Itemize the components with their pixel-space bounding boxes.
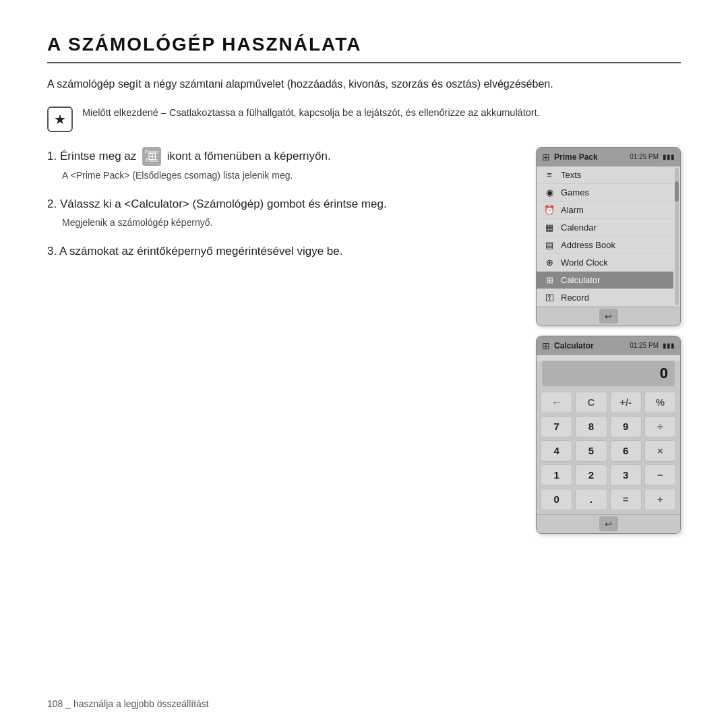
menu-scroll-area: ≡Texts◉Games⏰Alarm▦Calendar▤Address Book…: [537, 166, 680, 307]
step-1-suffix: ikont a főmenüben a képernyőn.: [167, 150, 331, 162]
footer-note: 108 _ használja a legjobb összeállítást: [47, 698, 209, 709]
header-time-2: 01:25 PM: [630, 342, 659, 349]
phone-header-2: ⊞ Calculator 01:25 PM ▮▮▮: [537, 336, 680, 355]
phone-footer-1: ↩: [537, 307, 680, 326]
step-2: 2. Válassz ki a <Calculator> (Számológép…: [47, 195, 516, 230]
menu-item-calculator[interactable]: ⊞Calculator: [537, 272, 673, 289]
phone-header-1: ⊞ Prime Pack 01:25 PM ▮▮▮: [537, 148, 680, 166]
step-2-sub: Megjelenik a számológép képernyő.: [62, 216, 516, 230]
phone-footer-2: ↩: [537, 514, 680, 533]
menu-item-world-clock[interactable]: ⊕World Clock: [537, 254, 673, 272]
step-2-main: 2. Válassz ki a <Calculator> (Számológép…: [47, 195, 516, 213]
menu-label-calendar: Calendar: [561, 222, 597, 233]
step-1-main: 1. Érintse meg az Prime Pack ikont a főm…: [47, 147, 516, 166]
steps-list: 1. Érintse meg az Prime Pack ikont a főm…: [47, 147, 516, 273]
menu-item-calendar[interactable]: ▦Calendar: [537, 219, 673, 237]
phone-screens: ⊞ Prime Pack 01:25 PM ▮▮▮ ≡Texts◉Games⏰A…: [536, 147, 681, 534]
back-button-2[interactable]: ↩: [599, 516, 618, 531]
back-button-1[interactable]: ↩: [599, 309, 618, 324]
menu-icon-world-clock: ⊕: [543, 257, 555, 268]
step-1-prefix: Érintse meg az: [60, 150, 136, 162]
menu-items: ≡Texts◉Games⏰Alarm▦Calendar▤Address Book…: [537, 166, 673, 307]
menu-item-texts[interactable]: ≡Texts: [537, 166, 673, 184]
intro-text: A számológép segít a négy számtani alapm…: [47, 75, 681, 93]
menu-icon-games: ◉: [543, 187, 555, 198]
step-1: 1. Érintse meg az Prime Pack ikont a főm…: [47, 147, 516, 183]
calc-btn-3[interactable]: %: [644, 392, 676, 413]
calc-btn-9[interactable]: 5: [575, 440, 607, 462]
calc-display: 0: [542, 361, 675, 386]
star-icon: ★: [47, 107, 73, 132]
calc-display-value: 0: [660, 365, 668, 382]
menu-icon-record: ⚿: [543, 293, 555, 303]
menu-icon-texts: ≡: [543, 170, 555, 180]
calc-btn-4[interactable]: 7: [541, 416, 572, 437]
menu-item-alarm[interactable]: ⏰Alarm: [537, 202, 673, 219]
note-text: Mielőtt elkezdené – Csatlakoztassa a fül…: [82, 105, 540, 121]
calc-btn-16[interactable]: 0: [541, 489, 572, 510]
menu-label-games: Games: [561, 187, 589, 198]
steps-area: 1. Érintse meg az Prime Pack ikont a főm…: [47, 147, 681, 534]
menu-label-texts: Texts: [561, 170, 581, 180]
phone-screen-1: ⊞ Prime Pack 01:25 PM ▮▮▮ ≡Texts◉Games⏰A…: [536, 147, 681, 326]
menu-label-alarm: Alarm: [561, 205, 584, 215]
calc-screen: 0 ←C+/-%789÷456×123−0.=+: [537, 361, 680, 514]
calc-btn-12[interactable]: 1: [541, 464, 572, 486]
calc-btn-17[interactable]: .: [575, 489, 607, 510]
calc-btn-8[interactable]: 4: [541, 440, 572, 462]
header-icon-2: ⊞: [542, 340, 550, 351]
menu-icon-alarm: ⏰: [543, 205, 555, 215]
scrollbar-thumb-1: [675, 181, 679, 202]
header-icon-1: ⊞: [542, 152, 550, 162]
prime-pack-icon: Prime Pack: [142, 147, 161, 166]
menu-label-world-clock: World Clock: [561, 257, 608, 268]
calc-btn-14[interactable]: 3: [610, 464, 642, 486]
header-title-1: Prime Pack: [554, 152, 626, 162]
step-3-number: 3.: [47, 245, 59, 257]
calc-btn-18[interactable]: =: [610, 489, 642, 510]
menu-label-address-book: Address Book: [561, 240, 615, 250]
step-2-number: 2.: [47, 198, 60, 210]
calc-btn-1[interactable]: C: [575, 392, 607, 413]
header-title-2: Calculator: [554, 341, 626, 351]
calc-btn-10[interactable]: 6: [610, 440, 642, 462]
menu-item-games[interactable]: ◉Games: [537, 184, 673, 202]
calc-btn-13[interactable]: 2: [575, 464, 607, 486]
calc-btn-11[interactable]: ×: [644, 440, 676, 462]
calc-btn-5[interactable]: 8: [575, 416, 607, 437]
calc-btn-7[interactable]: ÷: [644, 416, 676, 437]
calc-btn-6[interactable]: 9: [610, 416, 642, 437]
calc-btn-2[interactable]: +/-: [610, 392, 642, 413]
step-1-sub: A <Prime Pack> (Elsődleges csomag) lista…: [62, 169, 516, 183]
calc-btn-19[interactable]: +: [644, 489, 676, 510]
step-3: 3. A számokat az érintőképernyő megérint…: [47, 242, 516, 260]
menu-label-record: Record: [561, 293, 589, 303]
calc-btn-0[interactable]: ←: [541, 392, 572, 413]
menu-icon-calculator: ⊞: [543, 275, 555, 285]
note-box: ★ Mielőtt elkezdené – Csatlakoztassa a f…: [47, 105, 681, 132]
header-time-1: 01:25 PM: [630, 153, 659, 160]
step-1-number: 1.: [47, 150, 60, 162]
menu-icon-calendar: ▦: [543, 222, 555, 233]
header-battery-1: ▮▮▮: [663, 153, 675, 160]
calc-btn-15[interactable]: −: [644, 464, 676, 486]
menu-item-address-book[interactable]: ▤Address Book: [537, 237, 673, 254]
calc-buttons: ←C+/-%789÷456×123−0.=+: [537, 392, 680, 514]
menu-item-record[interactable]: ⚿Record: [537, 289, 673, 307]
menu-label-calculator: Calculator: [561, 275, 601, 285]
page-title: A SZÁMOLÓGÉP HASZNÁLATA: [47, 34, 681, 63]
phone-screen-2: ⊞ Calculator 01:25 PM ▮▮▮ 0 ←C+/-%789÷45…: [536, 336, 681, 534]
menu-icon-address-book: ▤: [543, 240, 555, 250]
scrollbar-1[interactable]: [675, 168, 679, 305]
step-3-text: A számokat az érintőképernyő megérintésé…: [59, 245, 343, 257]
header-battery-2: ▮▮▮: [663, 342, 675, 349]
step-3-main: 3. A számokat az érintőképernyő megérint…: [47, 242, 516, 260]
step-2-text: Válassz ki a <Calculator> (Számológép) g…: [60, 198, 387, 210]
page-content: A SZÁMOLÓGÉP HASZNÁLATA A számológép seg…: [0, 0, 728, 561]
